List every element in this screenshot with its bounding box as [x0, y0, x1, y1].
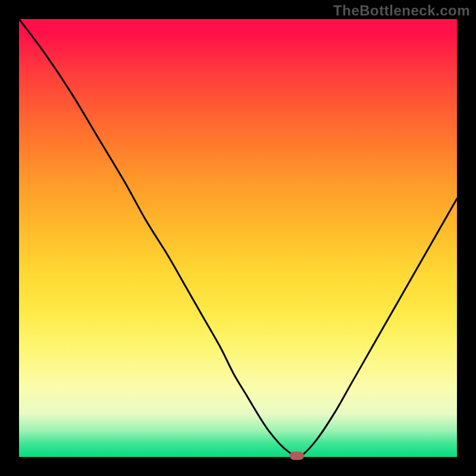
watermark-text: TheBottleneck.com: [333, 2, 470, 19]
bottleneck-curve: [19, 19, 457, 457]
minimum-marker-icon: [290, 452, 304, 460]
chart-frame: TheBottleneck.com: [0, 0, 476, 476]
